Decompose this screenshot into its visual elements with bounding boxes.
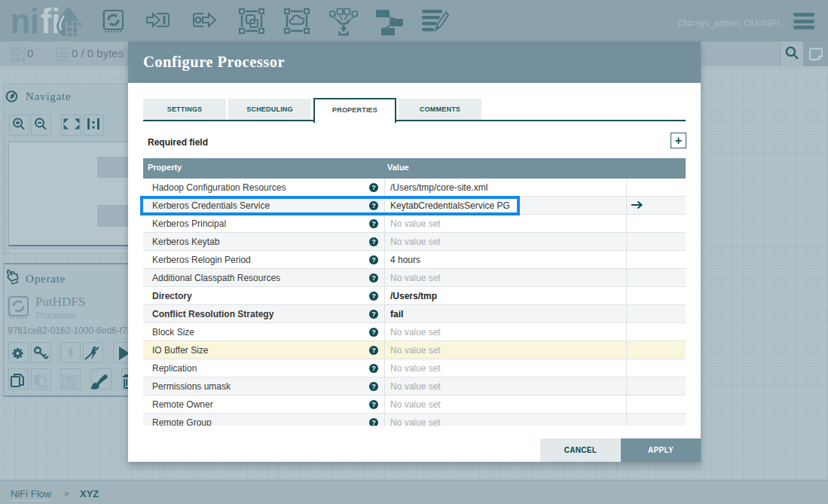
svg-text:fi: fi (41, 5, 60, 37)
svg-text:ni: ni (11, 5, 39, 37)
